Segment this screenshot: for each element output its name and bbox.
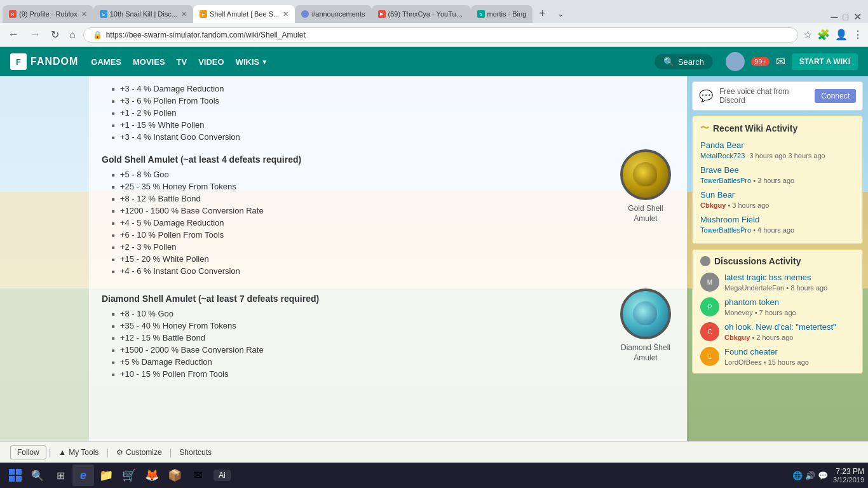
stat-text: +12 - 15 % Battle Bond <box>120 333 205 342</box>
reload-button[interactable]: ↻ <box>48 26 62 43</box>
stat-item: ■+12 - 15 % Battle Bond <box>112 332 604 344</box>
tab-close-1[interactable]: ✕ <box>81 10 87 18</box>
discussions-title: Discussions Activity <box>700 256 855 266</box>
activity-page-link-1[interactable]: Panda Bear <box>700 140 855 150</box>
shortcuts-button[interactable]: Shortcuts <box>174 446 217 459</box>
notification-badge[interactable]: 99+ <box>751 57 770 66</box>
activity-user-link-3[interactable]: Cbkguy <box>700 201 726 209</box>
close-button[interactable]: ✕ <box>853 11 862 23</box>
taskbar-notification-icon[interactable]: 💬 <box>818 471 828 480</box>
activity-page-link-3[interactable]: Sun Bear <box>700 190 855 200</box>
gold-amulet-section: Gold Shell Amulet (~at least 4 defeats r… <box>102 149 674 283</box>
bullet-icon: ■ <box>112 269 115 274</box>
tab-snail-kill[interactable]: S 10th Snail Kill | Disc... ✕ <box>93 5 193 23</box>
page-area: ■ +3 - 4 % Damage Reduction ■ +3 - 6 % P… <box>0 76 868 463</box>
taskbar-edge[interactable]: e <box>72 464 94 486</box>
taskbar-search[interactable]: 🔍 <box>27 464 48 486</box>
toolbar-divider-1: | <box>49 447 51 458</box>
tab-shell-amulet[interactable]: F Shell Amulet | Bee S... ✕ <box>193 5 295 23</box>
wiki-activity-panel: 〜 Recent Wiki Activity Panda Bear MetalR… <box>692 116 863 244</box>
bullet-icon: ■ <box>112 172 115 178</box>
taskbar-store[interactable]: 🛒 <box>118 464 140 486</box>
tab-list-button[interactable]: ⌄ <box>552 9 569 18</box>
diamond-amulet-label: Diamond Shell Amulet <box>621 343 670 362</box>
article-area: ■ +3 - 4 % Damage Reduction ■ +3 - 6 % P… <box>89 76 687 441</box>
bookmark-icon[interactable]: ☆ <box>803 29 812 41</box>
discussions-panel: Discussions Activity M latest tragic bss… <box>692 249 863 374</box>
taskbar-volume-icon[interactable]: 🔊 <box>805 471 815 480</box>
tab-bar: R (9) Profile - Roblox ✕ S 10th Snail Ki… <box>0 0 868 23</box>
maximize-button[interactable]: □ <box>843 12 848 22</box>
disc-link-1[interactable]: latest tragic bss memes <box>724 273 827 282</box>
mail-icon[interactable]: ✉ <box>776 55 785 69</box>
start-wiki-button[interactable]: START A WIKI <box>792 53 858 70</box>
user-avatar[interactable] <box>726 52 745 71</box>
disc-link-3[interactable]: oh look. New d'cal: "metertest" <box>724 322 836 332</box>
stat-text: +3 - 4 % Instant Goo Conversion <box>120 132 240 142</box>
taskbar-network-icon[interactable]: 🌐 <box>792 471 803 480</box>
tab-close-2[interactable]: ✕ <box>181 10 187 18</box>
activity-meta-1: MetalRock723 3 hours ago <box>700 152 789 159</box>
right-sidebar: 💬 Free voice chat from Discord Connect 〜… <box>687 76 868 441</box>
nav-games[interactable]: GAMES <box>91 57 121 67</box>
taskbar-clock[interactable]: 7:23 PM 3/12/2019 <box>833 467 864 484</box>
stat-item: ■+5 % Damage Reduction <box>112 356 604 368</box>
stat-item: ■+25 - 35 % Honey From Tokens <box>112 180 604 193</box>
stat-text: +5 % Damage Reduction <box>120 357 212 367</box>
tab-mortis-bing[interactable]: b mortis - Bing <box>471 5 533 23</box>
taskbar-file-explorer[interactable]: 📁 <box>95 464 117 486</box>
activity-page-link-4[interactable]: Mushroom Field <box>700 215 855 224</box>
home-button[interactable]: ⌂ <box>67 27 78 43</box>
minimize-button[interactable]: ─ <box>831 11 837 23</box>
taskbar-task-view[interactable]: ⊞ <box>50 464 71 486</box>
tab-close-3[interactable]: ✕ <box>283 10 288 18</box>
stat-text: +2 - 3 % Pollen <box>120 242 177 252</box>
bullet-icon: ■ <box>112 111 115 116</box>
nav-wikis[interactable]: WIKIS▼ <box>236 57 268 67</box>
my-tools-button[interactable]: ▲ My Tools <box>53 446 104 459</box>
bullet-icon: ■ <box>112 86 115 92</box>
disc-link-2[interactable]: phantom token <box>724 297 796 307</box>
nav-movies[interactable]: MOVIES <box>133 57 165 67</box>
tab-add-button[interactable]: + <box>532 7 552 20</box>
disc-link-4[interactable]: Found cheater <box>724 347 809 356</box>
bullet-icon: ■ <box>112 348 115 353</box>
taskbar-amazon[interactable]: 📦 <box>164 464 186 486</box>
taskbar-ai-label[interactable]: Ai <box>214 470 231 481</box>
taskbar-mail[interactable]: ✉ <box>187 464 208 486</box>
stat-text: +1200 - 1500 % Base Conversion Rate <box>120 206 264 215</box>
activity-user-link-1[interactable]: MetalRock723 <box>700 152 745 159</box>
stat-item: ■+8 - 12 % Battle Bond <box>112 193 604 205</box>
disc-meta-4: LordOfBees • 15 hours ago <box>724 358 809 366</box>
disc-avatar-3: C <box>700 322 719 341</box>
gold-amulet-image-container: Gold Shell Amulet <box>617 149 674 223</box>
diamond-amulet-header: Diamond Shell Amulet (~at least 7 defeat… <box>102 294 604 304</box>
tab-announcements[interactable]: #announcements <box>295 5 371 23</box>
start-button[interactable] <box>4 466 27 484</box>
user-account-icon[interactable]: 👤 <box>835 29 848 41</box>
back-button[interactable]: ← <box>5 25 22 44</box>
activity-user-link-2[interactable]: TowerBattlesPro <box>700 177 751 184</box>
extensions-icon[interactable]: 🧩 <box>817 29 830 41</box>
stat-item: ■+8 - 10 % Goo <box>112 308 604 320</box>
activity-user-link-4[interactable]: TowerBattlesPro <box>700 226 751 234</box>
forward-button[interactable]: → <box>27 25 43 44</box>
discord-connect-button[interactable]: Connect <box>815 89 856 103</box>
fandom-logo[interactable]: F FANDOM <box>10 53 78 70</box>
nav-video[interactable]: VIDEO <box>198 57 224 67</box>
stat-item: ■+15 - 20 % White Pollen <box>112 253 604 265</box>
taskbar-firefox[interactable]: 🦊 <box>141 464 163 486</box>
follow-button[interactable]: Follow <box>10 445 46 459</box>
stat-item: ■ +3 - 4 % Damage Reduction <box>112 83 674 95</box>
customize-button[interactable]: ⚙ Customize <box>111 446 167 459</box>
nav-tv[interactable]: TV <box>177 57 187 67</box>
fandom-search[interactable]: 🔍 Search <box>654 54 713 69</box>
discord-widget: 💬 Free voice chat from Discord Connect <box>692 81 863 111</box>
address-bar[interactable]: 🔒 https://bee-swarm-simulator.fandom.com… <box>83 27 798 43</box>
activity-page-link-2[interactable]: Brave Bee <box>700 165 855 175</box>
stat-item: ■ +1 - 15 % White Pollen <box>112 119 674 131</box>
stat-text: +3 - 6 % Pollen From Tools <box>120 96 219 105</box>
settings-icon[interactable]: ⋮ <box>853 29 863 41</box>
tab-profile-roblox[interactable]: R (9) Profile - Roblox ✕ <box>3 5 93 23</box>
tab-youtube[interactable]: ▶ (59) ThnxCya - YouTub... <box>372 5 471 23</box>
